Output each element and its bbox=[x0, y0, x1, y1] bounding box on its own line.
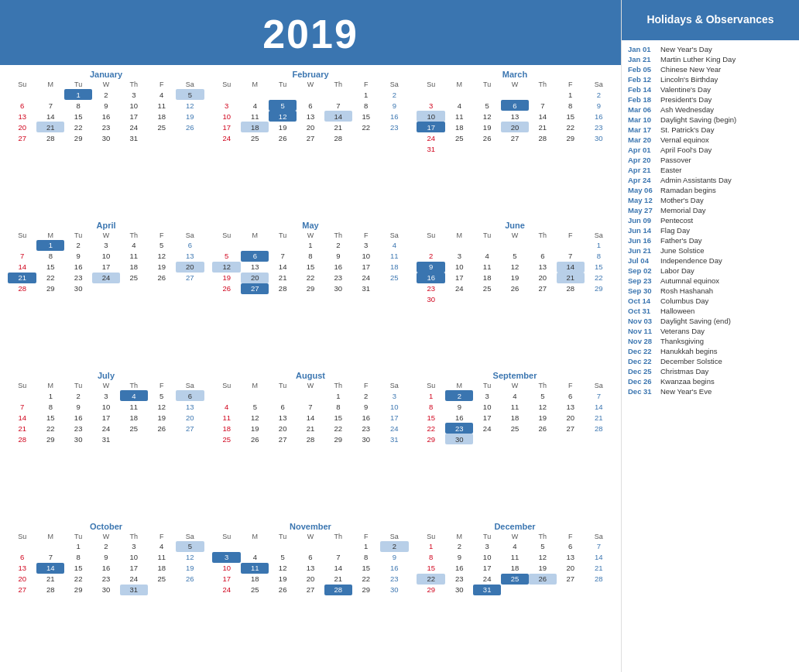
calendar-day[interactable]: 5 bbox=[269, 100, 297, 111]
calendar-day[interactable] bbox=[241, 390, 269, 401]
calendar-day[interactable]: 20 bbox=[176, 262, 204, 273]
calendar-day[interactable]: 22 bbox=[557, 122, 585, 132]
calendar-day[interactable]: 23 bbox=[92, 574, 120, 585]
calendar-day[interactable]: 28 bbox=[324, 585, 352, 595]
calendar-day[interactable]: 31 bbox=[352, 283, 380, 294]
calendar-day[interactable]: 22 bbox=[417, 423, 445, 434]
calendar-day[interactable]: 17 bbox=[417, 122, 445, 132]
calendar-day[interactable]: 30 bbox=[445, 434, 473, 444]
calendar-day[interactable]: 28 bbox=[8, 283, 36, 294]
calendar-day[interactable]: 17 bbox=[212, 122, 241, 132]
calendar-day[interactable]: 11 bbox=[473, 262, 501, 273]
calendar-day[interactable]: 8 bbox=[417, 552, 445, 563]
calendar-day[interactable]: 9 bbox=[445, 552, 473, 563]
calendar-day[interactable]: 9 bbox=[417, 262, 445, 273]
calendar-day[interactable]: 2 bbox=[585, 89, 613, 100]
calendar-day[interactable]: 30 bbox=[92, 585, 120, 595]
calendar-day[interactable]: 20 bbox=[8, 574, 36, 585]
calendar-day[interactable]: 12 bbox=[473, 111, 501, 122]
calendar-day[interactable] bbox=[120, 434, 148, 444]
calendar-day[interactable]: 20 bbox=[241, 273, 269, 283]
calendar-day[interactable] bbox=[529, 89, 557, 100]
calendar-day[interactable]: 3 bbox=[92, 390, 120, 401]
calendar-day[interactable]: 31 bbox=[380, 434, 409, 444]
calendar-day[interactable]: 5 bbox=[241, 401, 269, 412]
calendar-day[interactable] bbox=[269, 240, 297, 251]
calendar-day[interactable]: 28 bbox=[585, 423, 613, 434]
calendar-day[interactable]: 21 bbox=[557, 273, 585, 283]
calendar-day[interactable]: 1 bbox=[297, 240, 324, 251]
calendar-day[interactable]: 6 bbox=[297, 552, 324, 563]
calendar-day[interactable] bbox=[324, 89, 352, 100]
calendar-day[interactable]: 10 bbox=[212, 111, 241, 122]
calendar-day[interactable]: 8 bbox=[417, 401, 445, 412]
calendar-day[interactable] bbox=[241, 89, 269, 100]
calendar-day[interactable]: 1 bbox=[417, 390, 445, 401]
calendar-day[interactable]: 7 bbox=[297, 401, 324, 412]
calendar-day[interactable]: 18 bbox=[473, 273, 501, 283]
calendar-day[interactable]: 13 bbox=[8, 563, 36, 574]
calendar-day[interactable]: 24 bbox=[212, 132, 241, 143]
calendar-day[interactable]: 27 bbox=[8, 585, 36, 595]
calendar-day[interactable]: 8 bbox=[557, 100, 585, 111]
calendar-day[interactable]: 14 bbox=[324, 111, 352, 122]
calendar-day[interactable] bbox=[585, 294, 613, 305]
calendar-day[interactable]: 9 bbox=[585, 100, 613, 111]
calendar-day[interactable]: 8 bbox=[324, 401, 352, 412]
calendar-day[interactable]: 5 bbox=[529, 541, 557, 552]
calendar-day[interactable] bbox=[297, 390, 324, 401]
calendar-day[interactable] bbox=[241, 541, 269, 552]
calendar-day[interactable]: 16 bbox=[380, 563, 409, 574]
calendar-day[interactable] bbox=[501, 294, 529, 305]
calendar-day[interactable]: 12 bbox=[241, 412, 269, 423]
calendar-day[interactable]: 19 bbox=[212, 273, 241, 283]
calendar-day[interactable]: 13 bbox=[529, 262, 557, 273]
calendar-day[interactable]: 8 bbox=[297, 251, 324, 262]
calendar-day[interactable]: 26 bbox=[148, 273, 176, 283]
calendar-day[interactable]: 24 bbox=[92, 423, 120, 434]
calendar-day[interactable]: 28 bbox=[36, 132, 64, 143]
calendar-day[interactable]: 7 bbox=[585, 390, 613, 401]
calendar-day[interactable] bbox=[445, 89, 473, 100]
calendar-day[interactable]: 11 bbox=[501, 401, 529, 412]
calendar-day[interactable] bbox=[148, 585, 176, 595]
calendar-day[interactable]: 11 bbox=[120, 251, 148, 262]
calendar-day[interactable]: 14 bbox=[297, 412, 324, 423]
calendar-day[interactable]: 23 bbox=[380, 574, 409, 585]
calendar-day[interactable]: 22 bbox=[352, 574, 380, 585]
calendar-day[interactable]: 15 bbox=[352, 111, 380, 122]
calendar-day[interactable]: 26 bbox=[148, 423, 176, 434]
calendar-day[interactable]: 5 bbox=[269, 552, 297, 563]
calendar-day[interactable]: 6 bbox=[557, 541, 585, 552]
calendar-day[interactable]: 6 bbox=[269, 401, 297, 412]
calendar-day[interactable]: 26 bbox=[501, 283, 529, 294]
calendar-day[interactable] bbox=[557, 585, 585, 595]
calendar-day[interactable]: 19 bbox=[148, 412, 176, 423]
calendar-day[interactable]: 20 bbox=[297, 574, 324, 585]
calendar-day[interactable] bbox=[36, 89, 64, 100]
calendar-day[interactable]: 19 bbox=[501, 273, 529, 283]
calendar-day[interactable] bbox=[8, 89, 36, 100]
calendar-day[interactable]: 24 bbox=[92, 273, 120, 283]
calendar-day[interactable]: 12 bbox=[529, 401, 557, 412]
calendar-day[interactable]: 11 bbox=[148, 552, 176, 563]
calendar-day[interactable]: 13 bbox=[8, 111, 36, 122]
calendar-day[interactable]: 16 bbox=[64, 412, 92, 423]
calendar-day[interactable]: 18 bbox=[241, 122, 269, 132]
calendar-day[interactable] bbox=[176, 585, 204, 595]
calendar-day[interactable]: 9 bbox=[352, 401, 380, 412]
calendar-day[interactable] bbox=[324, 541, 352, 552]
calendar-day[interactable]: 9 bbox=[64, 401, 92, 412]
calendar-day[interactable]: 30 bbox=[445, 585, 473, 595]
calendar-day[interactable]: 16 bbox=[92, 111, 120, 122]
calendar-day[interactable]: 10 bbox=[473, 552, 501, 563]
calendar-day[interactable]: 14 bbox=[585, 401, 613, 412]
calendar-day[interactable]: 20 bbox=[297, 122, 324, 132]
calendar-day[interactable]: 5 bbox=[148, 390, 176, 401]
calendar-day[interactable]: 10 bbox=[92, 401, 120, 412]
calendar-day[interactable]: 26 bbox=[473, 132, 501, 143]
calendar-day[interactable]: 22 bbox=[64, 122, 92, 132]
calendar-day[interactable]: 10 bbox=[417, 111, 445, 122]
calendar-day[interactable] bbox=[473, 143, 501, 154]
calendar-day[interactable] bbox=[212, 240, 241, 251]
